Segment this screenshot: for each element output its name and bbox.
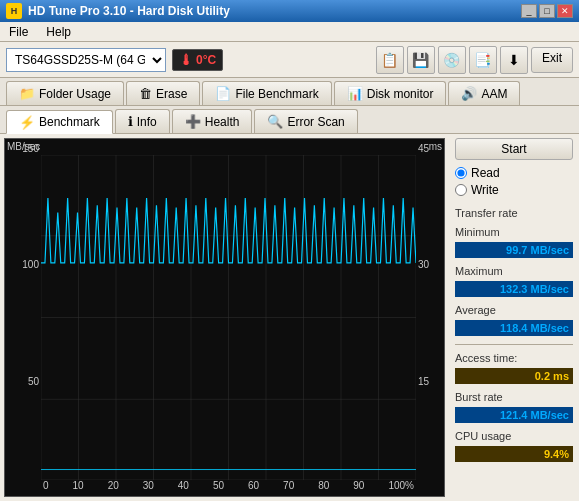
x-label-0: 0 (43, 480, 49, 496)
x-label-40: 40 (178, 480, 189, 496)
chart-svg (41, 155, 416, 480)
tab-file-benchmark[interactable]: 📄 File Benchmark (202, 81, 331, 105)
tab-file-benchmark-label: File Benchmark (235, 87, 318, 101)
burst-rate-label: Burst rate (455, 391, 573, 403)
tab-aam-label: AAM (481, 87, 507, 101)
tab-disk-monitor[interactable]: 📊 Disk monitor (334, 81, 447, 105)
x-label-80: 80 (318, 480, 329, 496)
write-radio-label[interactable]: Write (455, 183, 573, 197)
toolbar: TS64GSSD25S-M (64 GB) 🌡 0°C 📋 💾 💿 📑 ⬇ Ex… (0, 42, 579, 78)
tab-benchmark-label: Benchmark (39, 115, 100, 129)
monitor-icon: 📊 (347, 86, 363, 101)
thermometer-icon: 🌡 (179, 52, 193, 68)
chart-inner (41, 155, 416, 480)
read-radio[interactable] (455, 167, 467, 179)
x-label-90: 90 (353, 480, 364, 496)
tab-info[interactable]: ℹ Info (115, 109, 170, 133)
access-time-value: 0.2 ms (455, 368, 573, 384)
y-right-label-30: 30 (418, 259, 442, 270)
menu-help[interactable]: Help (43, 25, 74, 39)
tab-error-scan-label: Error Scan (287, 115, 344, 129)
main-content: MB/sec ms 150 100 50 45 30 15 (0, 134, 579, 501)
chart-y-right-labels: 45 30 15 (416, 139, 444, 496)
x-label-100: 100% (388, 480, 414, 496)
copy-icon-btn[interactable]: 📑 (469, 46, 497, 74)
window-title: HD Tune Pro 3.10 - Hard Disk Utility (28, 4, 230, 18)
transfer-rate-title: Transfer rate (455, 207, 573, 219)
transfer-mode-group: Read Write (455, 166, 573, 197)
chart-area: MB/sec ms 150 100 50 45 30 15 (4, 138, 445, 497)
x-label-50: 50 (213, 480, 224, 496)
burst-rate-value: 121.4 MB/sec (455, 407, 573, 423)
write-label: Write (471, 183, 499, 197)
aam-icon: 🔊 (461, 86, 477, 101)
tab-aam[interactable]: 🔊 AAM (448, 81, 520, 105)
tab-disk-monitor-label: Disk monitor (367, 87, 434, 101)
y-left-label-50: 50 (7, 376, 39, 387)
title-controls: _ □ ✕ (521, 4, 573, 18)
tab-row-1: 📁 Folder Usage 🗑 Erase 📄 File Benchmark … (0, 78, 579, 106)
tab-erase[interactable]: 🗑 Erase (126, 81, 200, 105)
y-left-label-150: 150 (7, 143, 39, 154)
benchmark-icon: ⚡ (19, 115, 35, 130)
y-right-label-15: 15 (418, 376, 442, 387)
read-radio-label[interactable]: Read (455, 166, 573, 180)
save-icon-btn[interactable]: 💾 (407, 46, 435, 74)
download-icon-btn[interactable]: ⬇ (500, 46, 528, 74)
app-icon: H (6, 3, 22, 19)
health-icon: ➕ (185, 114, 201, 129)
right-panel: Start Read Write Transfer rate Minimum 9… (449, 134, 579, 501)
info-icon: ℹ (128, 114, 133, 129)
start-button[interactable]: Start (455, 138, 573, 160)
tab-health-label: Health (205, 115, 240, 129)
chart-x-labels: 0 10 20 30 40 50 60 70 80 90 100% (41, 480, 416, 496)
toolbar-icons: 📋 💾 💿 📑 ⬇ Exit (376, 46, 573, 74)
menu-bar: File Help (0, 22, 579, 42)
read-label: Read (471, 166, 500, 180)
minimum-value: 99.7 MB/sec (455, 242, 573, 258)
erase-icon: 🗑 (139, 86, 152, 101)
write-radio[interactable] (455, 184, 467, 196)
minimize-button[interactable]: _ (521, 4, 537, 18)
maximize-button[interactable]: □ (539, 4, 555, 18)
disk-icon-btn[interactable]: 💿 (438, 46, 466, 74)
drive-selector[interactable]: TS64GSSD25S-M (64 GB) (6, 48, 166, 72)
menu-file[interactable]: File (6, 25, 31, 39)
exit-button[interactable]: Exit (531, 47, 573, 73)
title-bar-left: H HD Tune Pro 3.10 - Hard Disk Utility (6, 3, 230, 19)
temperature-indicator: 🌡 0°C (172, 49, 223, 71)
x-label-20: 20 (108, 480, 119, 496)
tab-folder-usage-label: Folder Usage (39, 87, 111, 101)
divider-1 (455, 344, 573, 345)
tab-benchmark[interactable]: ⚡ Benchmark (6, 110, 113, 134)
temperature-value: 0°C (196, 53, 216, 67)
chart-y-left-labels: 150 100 50 (5, 139, 41, 496)
close-button[interactable]: ✕ (557, 4, 573, 18)
average-label: Average (455, 304, 573, 316)
scan-icon: 🔍 (267, 114, 283, 129)
average-value: 118.4 MB/sec (455, 320, 573, 336)
y-left-label-100: 100 (7, 259, 39, 270)
info-icon-btn[interactable]: 📋 (376, 46, 404, 74)
folder-icon: 📁 (19, 86, 35, 101)
tab-health[interactable]: ➕ Health (172, 109, 253, 133)
tab-error-scan[interactable]: 🔍 Error Scan (254, 109, 357, 133)
x-label-60: 60 (248, 480, 259, 496)
x-label-70: 70 (283, 480, 294, 496)
title-bar: H HD Tune Pro 3.10 - Hard Disk Utility _… (0, 0, 579, 22)
tab-info-label: Info (137, 115, 157, 129)
maximum-value: 132.3 MB/sec (455, 281, 573, 297)
cpu-usage-value: 9.4% (455, 446, 573, 462)
tab-row-2: ⚡ Benchmark ℹ Info ➕ Health 🔍 Error Scan (0, 106, 579, 134)
maximum-label: Maximum (455, 265, 573, 277)
minimum-label: Minimum (455, 226, 573, 238)
x-label-10: 10 (73, 480, 84, 496)
tab-erase-label: Erase (156, 87, 187, 101)
access-time-label: Access time: (455, 352, 573, 364)
x-label-30: 30 (143, 480, 154, 496)
file-icon: 📄 (215, 86, 231, 101)
tab-folder-usage[interactable]: 📁 Folder Usage (6, 81, 124, 105)
cpu-usage-label: CPU usage (455, 430, 573, 442)
y-right-label-45: 45 (418, 143, 442, 154)
